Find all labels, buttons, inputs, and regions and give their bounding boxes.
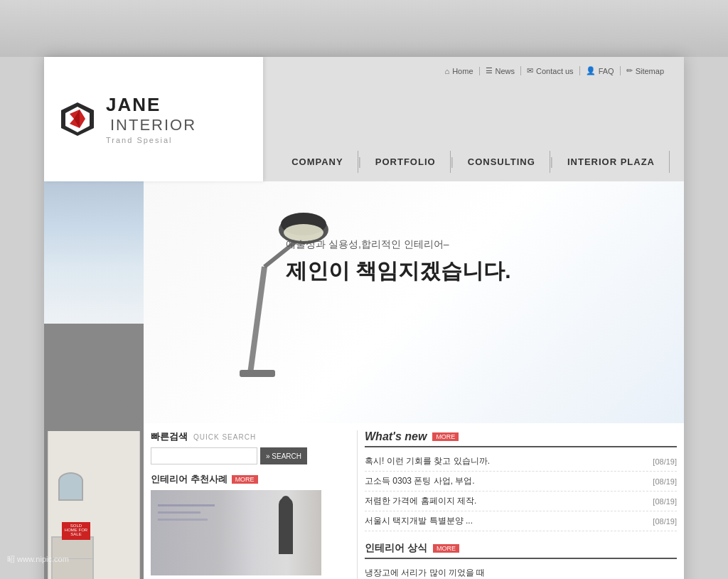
logo-text-group: JANE INTERIOR Trand Spesial	[106, 94, 249, 144]
interior-rec-section: 인테리어 추천사례 MORE	[151, 473, 350, 579]
svg-rect-9	[240, 370, 275, 377]
whats-new-section: What's new MORE 혹시! 이런 기회를 찾고 있습니까. [08/…	[365, 430, 677, 531]
knowledge-section: 인테리어 상식 MORE 냉장고에 서리가 많이 끼었을 때 냉장고에 보관한 …	[365, 542, 677, 579]
search-button[interactable]: » SEARCH	[260, 447, 307, 464]
nav-sitemap[interactable]: ✏ Sitemap	[621, 66, 670, 75]
interior-image	[151, 490, 321, 575]
nav-news[interactable]: ☰ News	[480, 66, 522, 75]
news-row[interactable]: 혹시! 이런 기회를 찾고 있습니까. [08/19]	[365, 452, 677, 472]
nav-home-label: Home	[452, 67, 473, 75]
nav-contact-label: Contact us	[536, 67, 574, 75]
main-nav: COMPANY | PORTFOLIO | CONSULTING | INTER…	[277, 151, 670, 181]
news-row[interactable]: 저렴한 가격에 홈페이지 제작. [08/19]	[365, 492, 677, 511]
sold-sign: SOLDHOME FOR SALE	[62, 522, 90, 540]
logo-section: JANE INTERIOR Trand Spesial	[44, 57, 263, 181]
news-title: 혹시! 이런 기회를 찾고 있습니까.	[365, 455, 646, 467]
logo-name: JANE INTERIOR	[106, 94, 249, 134]
knowledge-more[interactable]: MORE	[433, 544, 459, 553]
top-nav-area: ⌂ Home ☰ News ✉ Contact us 👤 FAQ	[263, 57, 684, 181]
lower-content: 빠른검색 QUICK SEARCH » SEARCH 인테리어 추천사	[144, 423, 684, 579]
window-arch	[58, 472, 83, 501]
left-col: 빠른검색 QUICK SEARCH » SEARCH 인테리어 추천사	[151, 430, 350, 579]
interior-rec-more[interactable]: MORE	[232, 475, 258, 484]
header: JANE INTERIOR Trand Spesial ⌂ Home ☰	[44, 57, 684, 181]
hero-subtitle: 예술성과 실용성,합리적인 인테리어–	[286, 238, 670, 251]
news-title: 고소득 0303 폰팅 사업, 부업.	[365, 475, 646, 487]
page-container: JANE INTERIOR Trand Spesial ⌂ Home ☰	[44, 57, 684, 579]
left-photo: SOLDHOME FOR SALE	[44, 181, 144, 579]
interior-rec-header: 인테리어 추천사례 MORE	[151, 473, 350, 486]
search-title-en: QUICK SEARCH	[193, 433, 256, 441]
whats-new-items: 혹시! 이런 기회를 찾고 있습니까. [08/19] 고소득 0303 폰팅 …	[365, 452, 677, 531]
person-icon: 👤	[586, 66, 596, 75]
search-title-kr: 빠른검색	[151, 430, 188, 443]
logo-icon	[58, 100, 97, 139]
news-date: [08/19]	[653, 497, 677, 506]
nav-home[interactable]: ⌂ Home	[439, 67, 480, 75]
mail-icon: ✉	[527, 66, 533, 75]
news-title: 서울시 택지개발 특별분양 ...	[365, 515, 646, 527]
home-icon: ⌂	[445, 67, 450, 75]
house: SOLDHOME FOR SALE	[48, 351, 140, 579]
logo-name-bold: JANE	[106, 94, 161, 115]
search-input[interactable]	[151, 447, 257, 464]
nav-company[interactable]: COMPANY	[277, 151, 358, 173]
whats-new-more[interactable]: MORE	[432, 432, 459, 441]
content-body: SOLDHOME FOR SALE	[44, 181, 684, 579]
pencil-icon: ✏	[626, 66, 633, 75]
interior-rec-title: 인테리어 추천사례	[151, 473, 228, 486]
search-title-row: 빠른검색 QUICK SEARCH	[151, 430, 350, 443]
logo-name-light: INTERIOR	[110, 116, 196, 134]
knowledge-title: 인테리어 상식	[365, 542, 427, 555]
roof	[44, 374, 144, 431]
logo-tagline: Trand Spesial	[106, 136, 249, 144]
nav-news-label: News	[496, 67, 515, 75]
hero-title: 제인이 책임지겠습니다.	[286, 257, 670, 286]
hero-area: 예술성과 실용성,합리적인 인테리어– 제인이 책임지겠습니다.	[144, 181, 684, 423]
svg-line-4	[250, 267, 264, 373]
news-date: [08/19]	[653, 477, 677, 486]
news-date: [08/19]	[653, 457, 677, 466]
nav-sitemap-label: Sitemap	[636, 67, 664, 75]
news-title: 저렴한 가격에 홈페이지 제작.	[365, 495, 646, 507]
news-date: [08/19]	[653, 517, 677, 526]
sky-bg	[44, 181, 144, 324]
search-section: 빠른검색 QUICK SEARCH » SEARCH	[151, 430, 350, 464]
news-row[interactable]: 서울시 택지개발 특별분양 ... [08/19]	[365, 511, 677, 531]
main-content: 예술성과 실용성,합리적인 인테리어– 제인이 책임지겠습니다. 빠른검색 QU…	[144, 181, 684, 579]
knowledge-items: 냉장고에 서리가 많이 끼었을 때 냉장고에 보관한 야채가 시들어 버렸을 때…	[365, 563, 677, 579]
nav-consulting[interactable]: CONSULTING	[454, 151, 550, 173]
nav-interior-plaza[interactable]: INTERIOR PLAZA	[553, 151, 670, 173]
nav-faq-label: FAQ	[599, 67, 614, 75]
hero-text: 예술성과 실용성,합리적인 인테리어– 제인이 책임지겠습니다.	[286, 238, 670, 286]
whats-new-header: What's new MORE	[365, 430, 677, 447]
watermark: 昭 www.nipic.com	[7, 554, 69, 565]
search-input-row: » SEARCH	[151, 447, 350, 464]
knowledge-header: 인테리어 상식 MORE	[365, 542, 677, 559]
whats-new-title: What's new	[365, 430, 427, 443]
right-col: What's new MORE 혹시! 이런 기회를 찾고 있습니까. [08/…	[357, 430, 677, 579]
news-row[interactable]: 고소득 0303 폰팅 사업, 부업. [08/19]	[365, 472, 677, 492]
nav-portfolio[interactable]: PORTFOLIO	[361, 151, 451, 173]
nav-faq[interactable]: 👤 FAQ	[580, 66, 621, 75]
nav-contact[interactable]: ✉ Contact us	[521, 66, 580, 75]
top-nav: ⌂ Home ☰ News ✉ Contact us 👤 FAQ	[277, 63, 670, 75]
know-row[interactable]: 냉장고에 서리가 많이 끼었을 때	[365, 563, 677, 579]
news-icon: ☰	[486, 66, 493, 75]
